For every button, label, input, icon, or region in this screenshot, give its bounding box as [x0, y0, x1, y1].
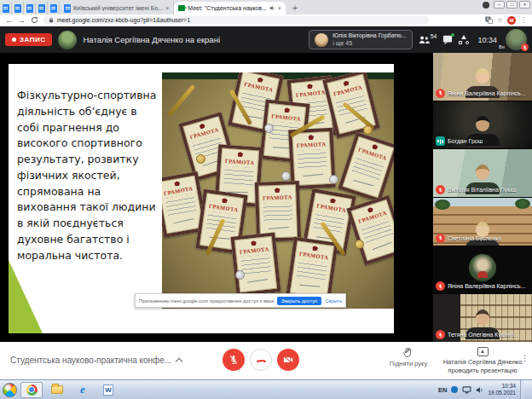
- display-tray-icon[interactable]: [462, 386, 471, 394]
- certificate-text-lines: [223, 166, 253, 187]
- chevron-up-icon: [176, 358, 182, 365]
- slide-decoration-triangle: [9, 260, 43, 333]
- triangle-icon: [461, 35, 466, 39]
- window-controls: – □ ×: [483, 1, 530, 9]
- taskbar-word[interactable]: W: [97, 382, 119, 398]
- emblem-icon: [222, 198, 228, 204]
- new-tab-button[interactable]: +: [286, 2, 304, 14]
- certificate-signature: [299, 281, 320, 287]
- back-button[interactable]: ←: [5, 16, 13, 25]
- medal-ribbon: [167, 84, 195, 117]
- taskbar-explorer[interactable]: [46, 382, 68, 398]
- browser-profile-icon[interactable]: [483, 2, 489, 9]
- participants-pill[interactable]: Юлія Вікторівна Горбатю... і ще 45: [309, 30, 412, 49]
- certificate-signature: [268, 223, 288, 229]
- tab-close-icon[interactable]: ×: [165, 5, 169, 11]
- language-indicator[interactable]: EN: [438, 386, 447, 394]
- presenting-title: Наталія Сергіївна Дяченко на екрані: [83, 35, 220, 44]
- meeting-name[interactable]: Студентська науково-практична конфе...: [10, 356, 182, 365]
- hand-icon: [403, 347, 413, 358]
- certificate-title: ГРАМОТА: [263, 194, 292, 200]
- medal-icon: [235, 270, 245, 280]
- taskbar-clock[interactable]: 10:34 19.05.2021: [488, 383, 516, 396]
- bookmark-star-icon[interactable]: ☆: [497, 16, 503, 24]
- emblem-icon: [284, 107, 291, 113]
- mic-toggle-button[interactable]: [223, 349, 245, 371]
- panel-menu-icon[interactable]: ⋮: [521, 354, 529, 362]
- pinned-doc-tab[interactable]: [36, 2, 48, 14]
- forward-button[interactable]: →: [18, 16, 26, 25]
- tab-meet[interactable]: Meet: "Студентська науков... ×: [174, 2, 286, 14]
- shared-screen-area: Фізкультурно-спортивна діяльність об’єдн…: [0, 53, 433, 342]
- pinned-doc-tab[interactable]: [0, 2, 12, 14]
- participant-tile[interactable]: Яніна Валеріївна Карпінсь...: [433, 246, 532, 294]
- hide-banner-link[interactable]: Скрыть: [325, 298, 342, 304]
- docs-icon: [3, 4, 9, 13]
- emblem-icon: [237, 152, 243, 157]
- browser-avatar[interactable]: M: [507, 16, 516, 25]
- minimize-button[interactable]: –: [494, 1, 505, 9]
- camera-toggle-button[interactable]: [277, 349, 299, 371]
- certificate: ГРАМОТА: [286, 237, 338, 303]
- maximize-button[interactable]: □: [506, 1, 518, 9]
- participant-tile[interactable]: Светлана Бусленко: [433, 198, 532, 246]
- participant-tile[interactable]: Яніна Валеріївна Карпінсь...: [433, 53, 532, 101]
- certificates-photo: ГРАМОТАГРАМОТАГРАМОТАГРАМОТАГРАМОТАГРАМО…: [162, 72, 394, 309]
- certificate-text-lines: [165, 194, 197, 217]
- participant-tile[interactable]: Богдан Грош: [433, 101, 532, 149]
- chat-button[interactable]: [442, 35, 453, 44]
- tray-app-icon[interactable]: [451, 386, 458, 393]
- certificate: ГРАМОТА: [346, 195, 394, 266]
- mic-off-icon: [229, 355, 238, 365]
- docs-icon: [14, 4, 21, 13]
- browser-menu-icon[interactable]: ⋮: [520, 16, 527, 24]
- tab-title: Київський університет імені Бо...: [73, 5, 163, 11]
- show-desktop-button[interactable]: [520, 380, 524, 399]
- participant-pill-more: і ще 45: [332, 40, 406, 47]
- pinned-doc-tab[interactable]: [48, 2, 60, 14]
- mic-off-badge: [436, 330, 445, 339]
- folder-icon: [51, 385, 63, 394]
- emblem-icon: [329, 198, 336, 204]
- start-button[interactable]: [3, 383, 17, 397]
- taskbar-ie[interactable]: e: [72, 382, 94, 398]
- call-controls: [223, 349, 299, 371]
- raise-hand-button[interactable]: Підняти руку: [382, 347, 435, 367]
- participant-pill-name: Юлія Вікторівна Горбатю...: [332, 32, 406, 39]
- presenter-line1: Наталія Сергіївна Дяченко: [443, 358, 523, 366]
- certificate-title: ГРАМОТА: [296, 89, 326, 98]
- medal-icon: [355, 240, 364, 249]
- taskbar: e W EN 10:34 19.05.2021: [0, 379, 532, 399]
- volume-tray-icon[interactable]: [476, 386, 483, 394]
- certificate-text-lines: [263, 202, 293, 222]
- phone-icon: [256, 357, 267, 363]
- people-count: 54: [431, 33, 437, 39]
- taskbar-chrome[interactable]: [20, 382, 43, 398]
- close-button[interactable]: ×: [519, 1, 530, 9]
- reload-icon[interactable]: [31, 16, 38, 24]
- certificate-text-lines: [296, 259, 327, 282]
- self-view[interactable]: Ви: [506, 29, 527, 50]
- hang-up-button[interactable]: [250, 349, 272, 371]
- share-banner-message: Приложению meet.google.com предоставлен …: [139, 298, 274, 304]
- pinned-doc-tab[interactable]: [12, 2, 24, 14]
- stop-sharing-button[interactable]: Закрыть доступ: [277, 297, 321, 305]
- docs-icon: [26, 4, 33, 13]
- activities-button[interactable]: [459, 35, 469, 44]
- pinned-doc-tab[interactable]: [24, 2, 36, 14]
- participant-name: Яніна Валеріївна Карпінсь...: [448, 283, 526, 289]
- participants-sidebar: Яніна Валеріївна Карпінсь... Богдан Грош…: [433, 53, 532, 342]
- tab-close-icon[interactable]: ×: [278, 5, 281, 11]
- clock-date: 19.05.2021: [488, 390, 516, 396]
- mic-off-badge: [436, 185, 445, 194]
- translate-icon[interactable]: A: [485, 16, 493, 24]
- chat-unread-dot: [451, 33, 454, 37]
- address-bar[interactable]: meet.google.com/zxz-kbcb-ugo?pli=1&authu…: [43, 16, 429, 25]
- tab-audio-icon[interactable]: [269, 5, 275, 11]
- medal-icon: [264, 124, 274, 133]
- people-button[interactable]: 54: [419, 35, 437, 44]
- emblem-icon: [371, 143, 379, 150]
- participant-tile[interactable]: Тетяна Олегівна Кушнір...: [433, 294, 532, 342]
- participant-tile[interactable]: Вікторія Віталіївна Пукіш: [433, 149, 532, 197]
- tab-university[interactable]: Київський університет імені Бо... ×: [60, 2, 174, 14]
